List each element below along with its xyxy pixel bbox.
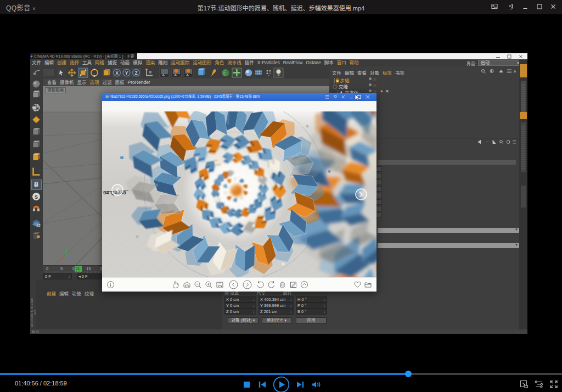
svg-text:0: 0 xyxy=(46,266,48,271)
svg-text:Z: Z xyxy=(134,70,137,76)
svg-text:Y: Y xyxy=(125,70,128,76)
svg-text:S: S xyxy=(35,194,38,200)
svg-text:X: X xyxy=(115,70,119,76)
svg-text:11: 11 xyxy=(76,266,80,271)
svg-text:15: 15 xyxy=(86,266,91,271)
svg-text:5: 5 xyxy=(60,266,63,271)
